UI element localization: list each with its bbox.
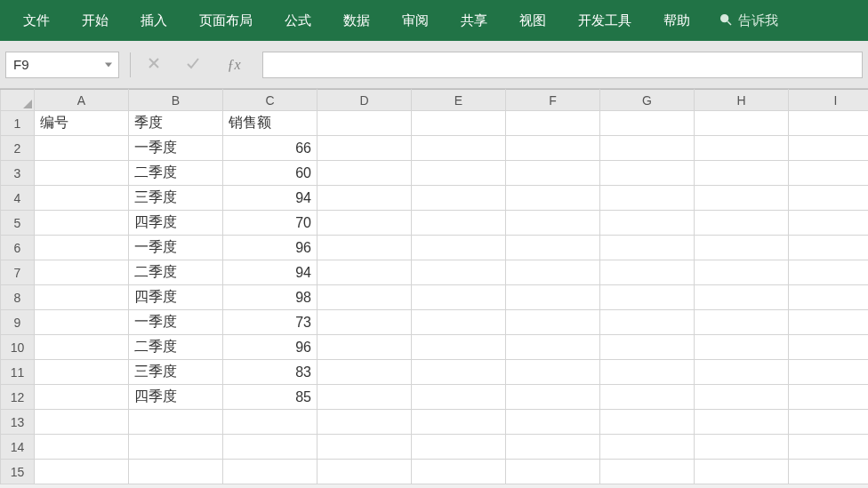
- cell-C11[interactable]: 83: [223, 360, 317, 385]
- cell[interactable]: [317, 410, 412, 435]
- col-header-E[interactable]: E: [412, 90, 506, 111]
- cell[interactable]: [412, 111, 506, 136]
- menu-review[interactable]: 审阅: [386, 0, 445, 41]
- cell[interactable]: [600, 236, 695, 260]
- cell[interactable]: [789, 335, 869, 360]
- col-header-B[interactable]: B: [129, 90, 223, 111]
- cell[interactable]: [412, 460, 506, 484]
- cell[interactable]: [506, 435, 600, 460]
- cell-C3[interactable]: 60: [223, 161, 317, 186]
- cell[interactable]: [317, 136, 412, 161]
- cell[interactable]: [412, 285, 506, 310]
- cell[interactable]: [600, 335, 695, 360]
- cell[interactable]: [506, 211, 600, 236]
- cell-C1[interactable]: 销售额: [223, 111, 317, 136]
- cell[interactable]: [789, 186, 869, 211]
- cell-B3[interactable]: 二季度: [129, 161, 223, 186]
- cell-B8[interactable]: 四季度: [129, 285, 223, 310]
- cell[interactable]: [35, 435, 129, 460]
- cell[interactable]: [412, 136, 506, 161]
- cell[interactable]: [223, 410, 317, 435]
- cell[interactable]: [695, 285, 789, 310]
- cell[interactable]: [695, 161, 789, 186]
- cell[interactable]: [695, 460, 789, 484]
- cell[interactable]: [317, 335, 412, 360]
- cell[interactable]: [506, 310, 600, 335]
- cell[interactable]: [506, 236, 600, 260]
- cell-C12[interactable]: 85: [223, 385, 317, 410]
- cell[interactable]: [317, 385, 412, 410]
- cell[interactable]: [506, 410, 600, 435]
- cell[interactable]: [789, 385, 869, 410]
- row-header[interactable]: 12: [1, 385, 35, 410]
- cell[interactable]: [317, 236, 412, 260]
- cell[interactable]: [695, 435, 789, 460]
- cell-C9[interactable]: 73: [223, 310, 317, 335]
- cell[interactable]: [129, 435, 223, 460]
- cell[interactable]: [789, 285, 869, 310]
- cell-A3[interactable]: [35, 161, 129, 186]
- cell[interactable]: [317, 111, 412, 136]
- row-header[interactable]: 5: [1, 211, 35, 236]
- cell[interactable]: [317, 186, 412, 211]
- cell[interactable]: [412, 435, 506, 460]
- cell-C5[interactable]: 70: [223, 211, 317, 236]
- cell[interactable]: [695, 136, 789, 161]
- row-header[interactable]: 15: [1, 460, 35, 484]
- cell[interactable]: [129, 460, 223, 484]
- cell[interactable]: [695, 310, 789, 335]
- cell[interactable]: [35, 460, 129, 484]
- col-header-I[interactable]: I: [789, 90, 869, 111]
- col-header-F[interactable]: F: [506, 90, 600, 111]
- select-all-corner[interactable]: [1, 90, 35, 111]
- row-header[interactable]: 14: [1, 435, 35, 460]
- row-header[interactable]: 2: [1, 136, 35, 161]
- cell-C6[interactable]: 96: [223, 236, 317, 260]
- cell[interactable]: [412, 236, 506, 260]
- chevron-down-icon[interactable]: [104, 60, 113, 69]
- cell-B4[interactable]: 三季度: [129, 186, 223, 211]
- cell-A10[interactable]: [35, 335, 129, 360]
- fx-icon[interactable]: ƒx: [221, 57, 246, 73]
- menu-share[interactable]: 共享: [445, 0, 503, 41]
- menu-dev-tools[interactable]: 开发工具: [562, 0, 647, 41]
- menu-formulas[interactable]: 公式: [269, 0, 327, 41]
- cell[interactable]: [600, 360, 695, 385]
- col-header-H[interactable]: H: [695, 90, 789, 111]
- cell-B1[interactable]: 季度: [129, 111, 223, 136]
- col-header-G[interactable]: G: [600, 90, 695, 111]
- cell[interactable]: [789, 435, 869, 460]
- cell[interactable]: [317, 435, 412, 460]
- cell[interactable]: [789, 136, 869, 161]
- cell-B10[interactable]: 二季度: [129, 335, 223, 360]
- cell-A9[interactable]: [35, 310, 129, 335]
- cell[interactable]: [600, 211, 695, 236]
- cell[interactable]: [35, 410, 129, 435]
- cell[interactable]: [412, 186, 506, 211]
- cell-B2[interactable]: 一季度: [129, 136, 223, 161]
- cell[interactable]: [600, 385, 695, 410]
- cell[interactable]: [506, 111, 600, 136]
- cell[interactable]: [412, 211, 506, 236]
- menu-home[interactable]: 开始: [66, 0, 125, 41]
- spreadsheet-grid[interactable]: A B C D E F G H I 1 编号 季度 销售额 2 一季度 66 3: [0, 89, 868, 484]
- cell-C8[interactable]: 98: [223, 285, 317, 310]
- cell[interactable]: [789, 310, 869, 335]
- cell[interactable]: [600, 186, 695, 211]
- cell[interactable]: [695, 335, 789, 360]
- cell[interactable]: [506, 335, 600, 360]
- row-header[interactable]: 7: [1, 260, 35, 285]
- row-header[interactable]: 3: [1, 161, 35, 186]
- cell-B6[interactable]: 一季度: [129, 236, 223, 260]
- row-header[interactable]: 11: [1, 360, 35, 385]
- cell[interactable]: [600, 161, 695, 186]
- cell[interactable]: [789, 236, 869, 260]
- cell-A4[interactable]: [35, 186, 129, 211]
- col-header-D[interactable]: D: [317, 90, 412, 111]
- cell[interactable]: [600, 460, 695, 484]
- cell[interactable]: [506, 260, 600, 285]
- cell[interactable]: [506, 460, 600, 484]
- row-header[interactable]: 4: [1, 186, 35, 211]
- cell[interactable]: [695, 211, 789, 236]
- menu-insert[interactable]: 插入: [125, 0, 183, 41]
